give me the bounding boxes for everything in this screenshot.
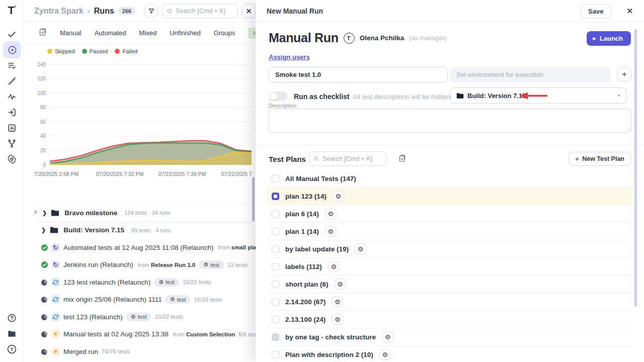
legend-item-skipped[interactable]: Skipped [47,48,75,54]
plan-checkbox[interactable] [272,175,279,183]
test-plan-row[interactable]: labels (112) ⚙ [267,258,632,276]
run-row[interactable]: ↻ mix origin 25/06 (Relaunch) 1111 ⚙test… [24,291,257,309]
launch-button[interactable]: ▶ Launch [587,31,631,46]
modal-scrollbar-thumb[interactable] [634,29,637,307]
plan-settings-button[interactable]: ⚙ [335,279,346,290]
tab-unfinished[interactable]: Unfinished [170,29,200,37]
run-row[interactable]: ↻ test 123 (Relaunch) ⚙test 10/22 tests [24,308,257,326]
folder-icon [50,226,58,234]
app-root: T' T Zyntra Spark › R [0,0,644,362]
import-icon[interactable] [7,107,18,118]
plan-settings-button[interactable]: ⚙ [328,261,340,272]
analytics-icon[interactable] [7,91,18,102]
run-type-icon: ↻ [51,330,60,338]
plan-checkbox[interactable] [272,281,279,288]
run-tag-badge: ⚙test [199,260,224,269]
tab-mixed[interactable]: Mixed [139,29,157,37]
run-from: from Release Run 1.0 [138,262,195,268]
test-plan-row[interactable]: 2.13.100 (24) ⚙ [267,311,632,328]
test-plan-row[interactable]: plan 6 (14) ⚙ [267,205,632,223]
branches-icon[interactable] [7,138,18,149]
environment-input[interactable] [450,67,610,82]
legend-item-failed[interactable]: Failed [115,48,137,54]
svg-text:07/22/2025 7:39 PM: 07/22/2025 7:39 PM [158,171,206,177]
chevron-right-icon[interactable]: ❯ [41,227,46,233]
owner-role: (as manager) [409,35,446,42]
test-plan-row[interactable]: short plan (6) ⚙ [267,276,632,293]
clear-search-button[interactable]: ✕ [242,4,256,18]
plan-checkbox[interactable] [272,210,279,218]
runs-search[interactable] [162,4,238,18]
select-runs-icon[interactable] [38,28,47,38]
projects-icon[interactable] [7,328,18,339]
reports-icon[interactable] [7,122,18,133]
gear-icon: ⚙ [131,314,136,320]
app-logo[interactable]: T' [0,4,24,17]
plan-checkbox[interactable] [272,351,279,358]
plan-settings-button[interactable]: ⚙ [382,331,393,342]
test-plan-row[interactable]: by one tag - check structure ⚙ [267,328,632,346]
sidebar: T' T [0,0,24,362]
test-plan-row[interactable]: plan 123 (14) ⚙ [267,188,632,205]
tab-manual[interactable]: Manual [60,29,82,37]
close-icon[interactable]: ✕ [626,7,633,16]
plan-settings-button[interactable]: ⚙ [332,314,343,325]
plan-checkbox[interactable] [272,333,279,341]
test-plan-row[interactable]: by label update (19) ⚙ [267,240,632,258]
plan-settings-button[interactable]: ⚙ [379,349,391,360]
plan-settings-button[interactable]: ⚙ [355,243,366,254]
help-icon[interactable] [7,312,18,323]
test-plan-row[interactable]: All Manual Tests (147) [267,170,632,188]
add-environment-button[interactable]: + [617,67,631,81]
build-select[interactable]: Build: Version 7.15 ▼ [450,87,626,104]
legend-item-passed[interactable]: Passed [82,48,108,54]
test-plans-icon[interactable] [7,60,18,71]
plan-checkbox[interactable] [272,316,279,323]
run-row[interactable]: ↻ Jenkins run (Relaunch) from Release Ru… [24,256,257,274]
plan-settings-button[interactable]: ⚙ [333,191,344,202]
run-folder-row[interactable]: ❯ Build: Version 7.15 69 tests 4 runs [24,222,257,239]
left-scrollbar-thumb[interactable] [252,177,255,221]
run-name-input[interactable] [269,67,448,82]
milestones-icon[interactable] [7,75,18,86]
new-test-plan-button[interactable]: + New Test Plan [569,152,631,166]
run-as-checklist-toggle[interactable] [269,92,287,101]
account-avatar[interactable]: T [7,343,18,354]
tab-automated[interactable]: Automated [95,29,126,37]
plan-checkbox[interactable] [272,193,279,200]
plan-label: short plan (6) [285,281,329,288]
plan-settings-button[interactable]: ⚙ [325,208,337,219]
test-plan-row[interactable]: plan 1 (14) ⚙ [267,223,632,240]
modal-title: New Manual Run [267,7,323,15]
tab-groups[interactable]: Groups [214,29,235,37]
run-type-icon: ↻ [51,295,60,304]
run-row[interactable]: ↻ Manual tests at 02 Aug 2025 13:38 from… [24,326,257,343]
plan-checkbox[interactable] [272,228,279,235]
plan-checkbox[interactable] [272,245,279,253]
run-name: Manual tests at 02 Aug 2025 13:38 [63,330,169,338]
plan-checkbox[interactable] [272,263,279,270]
test-plans-search[interactable] [309,151,386,166]
select-plans-icon[interactable] [398,154,406,164]
filter-button[interactable] [144,4,158,18]
description-textarea[interactable] [269,109,631,133]
test-plan-row[interactable]: Plan with description 2 (10) ⚙ [267,346,632,362]
runs-search-input[interactable] [176,8,231,15]
test-plan-row[interactable]: 2.14.200 (67) ⚙ [267,293,632,311]
run-row[interactable]: ↻ Merged run 76/76 tests [24,343,257,360]
settings-icon[interactable] [7,153,18,164]
assign-users-link[interactable]: Assign users [269,53,310,61]
test-plans-search-input[interactable] [323,155,373,162]
run-row[interactable]: ↻ Automated tests at 12 Aug 2025 11:08 (… [24,239,257,256]
plan-settings-button[interactable]: ⚙ [332,296,343,307]
svg-text:100: 100 [37,90,46,96]
chevron-right-icon[interactable]: ❯ [42,210,47,216]
breadcrumb-project[interactable]: Zyntra Spark [34,7,84,16]
save-button[interactable]: Save [580,4,611,19]
plan-checkbox[interactable] [272,298,279,306]
run-row[interactable]: ↻ 123 test relaunch (Relaunch) ⚙test 15/… [24,274,257,291]
plan-settings-button[interactable]: ⚙ [325,226,337,237]
tests-icon[interactable] [7,29,18,40]
sidebar-item-runs[interactable] [3,41,21,58]
run-folder-row[interactable]: ❯ Bravo milestone 124 tests 34 runs [39,204,257,222]
